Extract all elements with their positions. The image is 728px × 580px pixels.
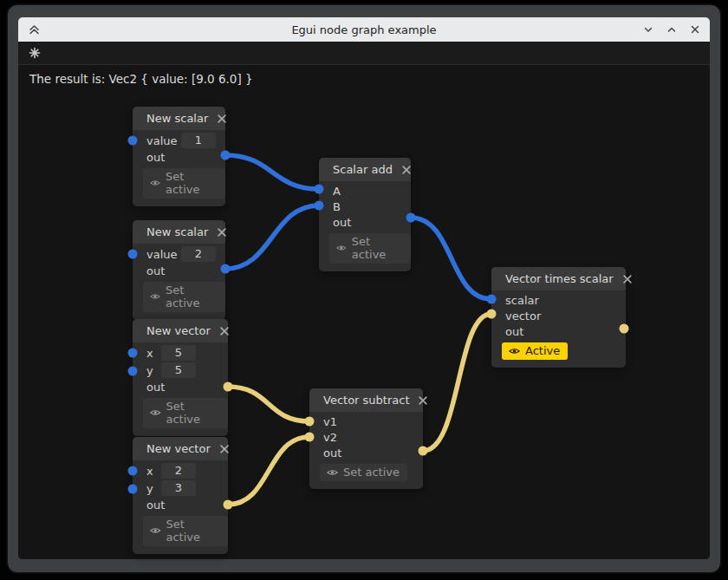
node-header[interactable]: New scalar	[133, 107, 225, 130]
node-new-vector-1[interactable]: New vector x5 y5 out Set active	[133, 319, 228, 436]
close-node-icon[interactable]	[219, 444, 230, 454]
result-text: The result is: Vec2 { value: [9.0 6.0] }	[29, 72, 253, 86]
window-title: Egui node graph example	[18, 23, 710, 36]
active-button[interactable]: Active	[502, 342, 568, 360]
set-active-label: Set active	[352, 235, 403, 261]
set-active-button[interactable]: Set active	[143, 168, 225, 199]
output-label-out: out	[146, 381, 165, 394]
eye-icon	[336, 244, 347, 252]
node-header[interactable]: New vector	[133, 319, 228, 342]
node-title: New scalar	[146, 112, 208, 125]
close-node-icon[interactable]	[219, 326, 230, 336]
eye-icon	[150, 292, 160, 301]
input-label-value: value	[146, 248, 179, 261]
node-vector-times-scalar[interactable]: Vector times scalar scalar vector out Ac…	[491, 267, 626, 368]
close-node-icon[interactable]	[217, 227, 227, 238]
value-drag-field[interactable]: 2	[181, 246, 216, 262]
value-drag-field[interactable]: 2	[161, 463, 196, 479]
close-node-icon[interactable]	[622, 274, 633, 284]
minimize-icon[interactable]	[642, 23, 654, 36]
desktop: Egui node graph example	[0, 0, 728, 580]
eye-icon	[509, 347, 520, 355]
set-active-button[interactable]: Set active	[143, 282, 225, 312]
set-active-label: Set active	[166, 170, 218, 196]
node-header[interactable]: Vector subtract	[309, 388, 423, 412]
input-label-x: x	[146, 347, 159, 360]
input-label-scalar: scalar	[505, 294, 539, 307]
node-vector-subtract[interactable]: Vector subtract v1 v2 out Set active	[309, 388, 423, 489]
eye-icon	[150, 179, 160, 187]
output-label-out: out	[146, 499, 165, 512]
node-header[interactable]: New scalar	[133, 220, 225, 244]
set-active-button[interactable]: Set active	[320, 464, 407, 481]
input-label-x: x	[146, 465, 159, 478]
node-scalar-add[interactable]: Scalar add A B out Set active	[319, 158, 411, 271]
set-active-label: Set active	[166, 283, 218, 310]
set-active-button[interactable]: Set active	[329, 233, 411, 264]
value-drag-field[interactable]: 3	[161, 480, 196, 496]
eye-icon	[150, 526, 161, 535]
active-label: Active	[525, 344, 560, 357]
set-active-button[interactable]: Set active	[143, 398, 228, 428]
input-label-y: y	[146, 482, 159, 495]
node-new-vector-2[interactable]: New vector x2 y3 out Set active	[133, 437, 228, 554]
node-title: New vector	[146, 324, 211, 337]
app-menu-star-icon[interactable]	[29, 47, 41, 59]
value-drag-field[interactable]: 1	[181, 133, 216, 148]
node-header[interactable]: Vector times scalar	[491, 267, 626, 290]
close-node-icon[interactable]	[217, 114, 227, 124]
input-label-b: B	[333, 200, 341, 213]
set-active-label: Set active	[166, 518, 221, 544]
output-label-out: out	[146, 151, 165, 164]
input-label-y: y	[146, 364, 159, 377]
output-label-out: out	[505, 325, 523, 338]
eye-icon	[327, 468, 338, 477]
close-node-icon[interactable]	[418, 395, 428, 406]
output-label-out: out	[323, 446, 341, 459]
menubar	[18, 42, 710, 64]
eye-icon	[150, 408, 161, 417]
set-active-label: Set active	[343, 466, 400, 479]
value-drag-field[interactable]: 5	[161, 362, 196, 378]
node-header[interactable]: New vector	[133, 437, 228, 460]
value-drag-field[interactable]: 5	[161, 345, 196, 361]
output-label-out: out	[333, 216, 351, 229]
input-label-value: value	[146, 134, 179, 147]
set-active-label: Set active	[166, 400, 221, 426]
input-label-v1: v1	[323, 415, 337, 428]
node-title: Vector subtract	[323, 394, 409, 407]
node-new-scalar-2[interactable]: New scalar value2 out Set active	[133, 220, 225, 320]
output-label-out: out	[146, 264, 165, 277]
titlebar[interactable]: Egui node graph example	[18, 17, 710, 42]
input-label-vector: vector	[505, 310, 541, 323]
node-title: Vector times scalar	[505, 272, 614, 285]
node-header[interactable]: Scalar add	[319, 158, 411, 181]
node-title: New scalar	[146, 225, 208, 238]
node-title: Scalar add	[333, 163, 393, 176]
close-window-icon[interactable]	[689, 23, 701, 36]
close-node-icon[interactable]	[401, 165, 412, 175]
node-title: New vector	[146, 442, 211, 455]
set-active-button[interactable]: Set active	[143, 516, 228, 546]
maximize-icon[interactable]	[666, 23, 678, 36]
node-new-scalar-1[interactable]: New scalar value1 out Set active	[133, 107, 225, 206]
input-label-a: A	[333, 185, 341, 198]
input-label-v2: v2	[323, 431, 337, 444]
